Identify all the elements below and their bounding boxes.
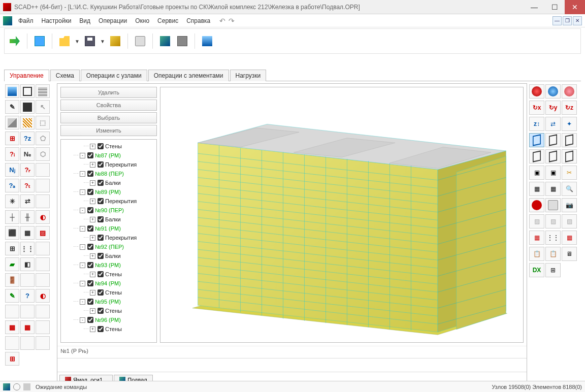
view-section-icon[interactable]: ✂: [562, 166, 577, 180]
tree-checkbox[interactable]: [98, 216, 104, 222]
tree-toggle-icon[interactable]: -: [80, 208, 85, 213]
tree-checkbox[interactable]: [98, 326, 104, 332]
dx-button[interactable]: DX: [529, 263, 544, 277]
grid1-icon[interactable]: ▦: [529, 182, 544, 196]
grid5-icon[interactable]: ▦: [562, 231, 577, 245]
close-button[interactable]: ✕: [565, 0, 585, 14]
tool-l-11[interactable]: ?z: [20, 132, 35, 145]
status-icon-3[interactable]: [23, 383, 30, 390]
tree-toggle-icon[interactable]: +: [90, 144, 95, 149]
tree-edit-button[interactable]: Изменить: [60, 125, 157, 136]
tool-l-23[interactable]: ⇄: [20, 194, 35, 208]
tool-l-38[interactable]: [20, 273, 35, 287]
tool-new[interactable]: [32, 34, 47, 48]
tree-node[interactable]: ⋯+Перекрытия: [62, 233, 155, 242]
tree-checkbox[interactable]: [87, 189, 93, 195]
tool-l-36[interactable]: [36, 257, 50, 271]
tree-node[interactable]: ⋯+Балки: [62, 178, 155, 187]
tree-node[interactable]: ⋯-№88 (ПЕР): [62, 169, 155, 178]
menu-view[interactable]: Вид: [75, 16, 94, 26]
tree-node[interactable]: ⋯+Стены: [62, 142, 155, 151]
analysis-icon[interactable]: ⊞: [545, 263, 561, 277]
tool-l-28[interactable]: ⬛: [5, 226, 19, 240]
tree-checkbox[interactable]: [98, 271, 104, 277]
tool-l-22[interactable]: ✳: [5, 194, 19, 208]
tool-l-52[interactable]: ⊞: [5, 352, 19, 366]
tab-loads[interactable]: Нагрузки: [230, 70, 267, 81]
clipboard2-icon[interactable]: 📋: [545, 247, 561, 261]
tool-l-14[interactable]: Nₑ: [20, 147, 35, 161]
tool-l-7[interactable]: [5, 116, 19, 129]
tool-l-32[interactable]: ⋮⋮: [20, 242, 35, 255]
tool-l-5[interactable]: [20, 100, 35, 114]
tool-l-51[interactable]: [36, 336, 50, 350]
tool-l-44[interactable]: [20, 305, 35, 318]
tree-toggle-icon[interactable]: +: [90, 235, 95, 241]
tool-l-45[interactable]: [36, 305, 50, 318]
tool-l-26[interactable]: ╫: [20, 210, 35, 224]
tool-l-50[interactable]: [20, 336, 35, 350]
tree-toggle-icon[interactable]: +: [90, 217, 95, 222]
hatch2-icon[interactable]: ▨: [545, 214, 561, 228]
tree-checkbox[interactable]: [87, 207, 93, 213]
tree-toggle-icon[interactable]: +: [90, 272, 95, 277]
tool-l-8[interactable]: [20, 116, 35, 129]
tree-checkbox[interactable]: [98, 161, 104, 168]
grid3-icon[interactable]: ▦: [529, 231, 544, 245]
tree-node[interactable]: ⋯-№90 (ПЕР): [62, 206, 155, 215]
tool-l-46[interactable]: ▦: [5, 320, 19, 334]
tree-checkbox[interactable]: [87, 225, 93, 232]
tool-l-40[interactable]: ✎: [5, 289, 19, 303]
tree-checkbox[interactable]: [87, 244, 93, 250]
tree-select-button[interactable]: Выбрать: [60, 112, 157, 123]
mdi-restore-button[interactable]: ❐: [563, 16, 572, 25]
redo-icon[interactable]: ↷: [229, 17, 235, 25]
tool-open[interactable]: [57, 34, 72, 48]
menu-settings[interactable]: Настройки: [38, 16, 76, 26]
tree-toggle-icon[interactable]: +: [90, 253, 95, 259]
undo-icon[interactable]: ↶: [219, 17, 225, 25]
tree-toggle-icon[interactable]: -: [80, 317, 85, 323]
tab-scheme[interactable]: Схема: [50, 70, 80, 81]
tree-node[interactable]: ⋯+Перекрытия: [62, 160, 155, 169]
tool-l-37[interactable]: 🚪: [5, 273, 19, 287]
tool-l-10[interactable]: ⊞: [5, 132, 19, 145]
tool-export[interactable]: [8, 34, 22, 48]
save-dropdown-icon[interactable]: ▼: [100, 39, 105, 44]
mdi-close-button[interactable]: ✕: [573, 16, 582, 25]
tree-toggle-icon[interactable]: +: [90, 308, 95, 314]
tool-l-6[interactable]: ↖: [36, 100, 50, 114]
tool-l-42[interactable]: ◐: [36, 289, 50, 303]
tab-control[interactable]: Управление: [4, 70, 49, 81]
tree-checkbox[interactable]: [98, 180, 104, 186]
stop-icon[interactable]: [529, 198, 544, 212]
view-cube1-icon[interactable]: ▣: [529, 166, 544, 180]
tool-struct-1[interactable]: [158, 34, 172, 48]
rotate-xyz-icon[interactable]: ✦: [562, 117, 577, 131]
hatch3-icon[interactable]: ▨: [562, 214, 577, 228]
tree-checkbox[interactable]: [98, 143, 104, 149]
tool-calc[interactable]: [200, 34, 214, 48]
tree-toggle-icon[interactable]: -: [80, 244, 85, 250]
tab-node-ops[interactable]: Операции с узлами: [81, 70, 147, 81]
tool-save[interactable]: [83, 34, 97, 48]
tree-toggle-icon[interactable]: +: [90, 326, 95, 332]
tool-l-30[interactable]: ▨: [36, 226, 50, 240]
tree-node[interactable]: ⋯+Балки: [62, 251, 155, 260]
menu-operations[interactable]: Операции: [94, 16, 131, 26]
rotate-arrows-icon[interactable]: ⇄: [545, 117, 561, 131]
tree-node[interactable]: ⋯-№94 (РМ): [62, 279, 155, 288]
tree-checkbox[interactable]: [98, 308, 104, 314]
view-wireframe-icon[interactable]: [529, 133, 544, 147]
tree-checkbox[interactable]: [87, 152, 93, 158]
status-icon-2[interactable]: [13, 383, 20, 390]
tool-l-18[interactable]: [36, 163, 50, 177]
tree-toggle-icon[interactable]: -: [80, 263, 85, 268]
maximize-button[interactable]: ☐: [544, 0, 565, 14]
print-icon[interactable]: [545, 198, 561, 212]
tree-checkbox[interactable]: [87, 280, 93, 286]
tree-node[interactable]: ⋯-№92 (ПЕР): [62, 242, 155, 251]
menu-help[interactable]: Справка: [182, 16, 214, 26]
tool-l-27[interactable]: ◐: [36, 210, 50, 224]
view-box4-icon[interactable]: [545, 149, 561, 164]
